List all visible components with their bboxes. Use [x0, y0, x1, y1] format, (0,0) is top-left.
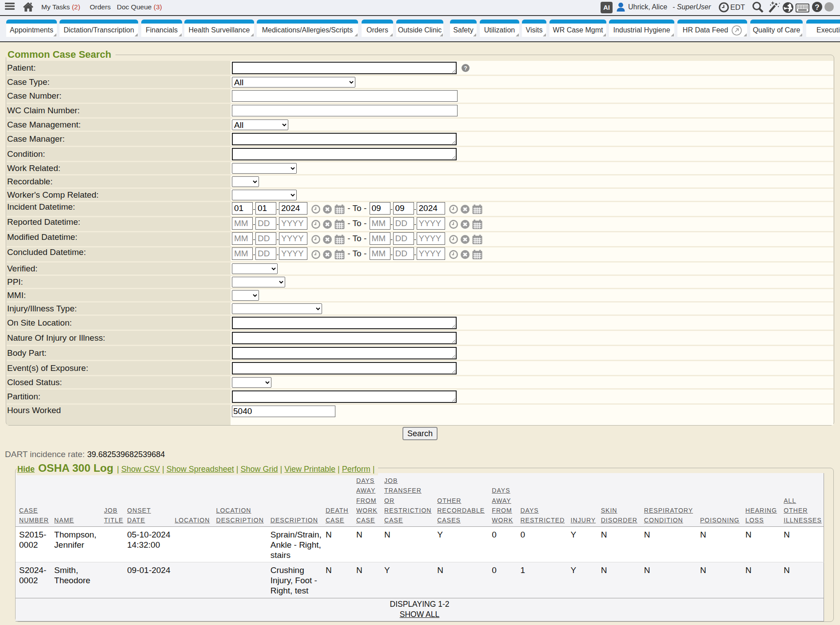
- svg-text:?: ?: [815, 3, 819, 12]
- svg-text:?: ?: [464, 65, 467, 71]
